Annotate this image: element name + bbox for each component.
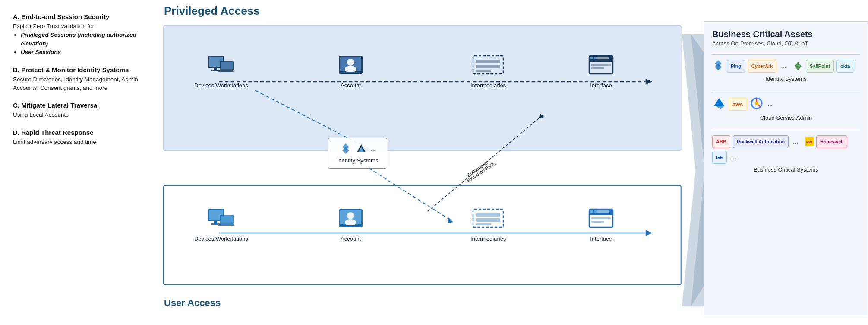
svg-rect-48 <box>221 216 233 223</box>
bca-critical-label: Business Critical Systems <box>712 166 860 173</box>
honeywell-badge: Honeywell <box>816 135 847 148</box>
svg-point-72 <box>755 102 758 105</box>
bca-cloud-logos: aws ... <box>712 96 860 112</box>
svg-rect-57 <box>476 218 500 222</box>
priv-devices-icon <box>206 54 236 80</box>
svg-rect-45 <box>214 221 217 223</box>
priv-intermediaries-node: Intermediaries <box>470 54 506 89</box>
svg-rect-49 <box>218 224 234 226</box>
sailpoint-badge: SailPoint <box>806 60 834 73</box>
priv-account-node: Account <box>337 54 365 89</box>
section-c-title: C. Mitigate Lateral Traversal <box>13 102 142 109</box>
main-diagram-area: Privileged Access Au <box>155 0 868 325</box>
section-d-title: D. Rapid Threat Response <box>13 129 142 136</box>
left-panel: A. End-to-end Session Security Explicit … <box>0 0 155 325</box>
priv-account-icon <box>337 54 365 80</box>
ping-badge: Ping <box>727 60 745 73</box>
aws-badge: aws <box>729 98 747 111</box>
svg-text:HW: HW <box>806 140 812 144</box>
svg-rect-27 <box>340 72 361 73</box>
abb-badge: ABB <box>712 135 730 148</box>
bca-cloud-section: aws ... Cloud Service Admin <box>712 96 860 121</box>
identity-logos: ... <box>340 143 376 155</box>
section-d: D. Rapid Threat Response Limit adversary… <box>13 129 142 147</box>
svg-point-25 <box>347 59 354 66</box>
svg-point-53 <box>345 219 356 226</box>
priv-intermediaries-label: Intermediaries <box>470 82 506 89</box>
identity-systems-box: ... Identity Systems <box>328 138 387 169</box>
user-account-node: Account <box>337 207 365 242</box>
section-a-title: A. End-to-end Session Security <box>13 13 142 20</box>
bca-identity-section: Ping CyberArk ... SailPoint okta Identit… <box>712 59 860 82</box>
svg-rect-63 <box>597 210 609 213</box>
svg-point-26 <box>345 66 356 73</box>
user-devices-label: Devices/Workstations <box>194 236 248 242</box>
bca-cloud-label: Cloud Service Admin <box>712 115 860 121</box>
gcp-logo <box>750 96 764 112</box>
identity-systems-label: Identity Systems <box>337 157 378 164</box>
cyberark-badge: CyberArk <box>748 60 777 73</box>
user-intermediaries-icon <box>471 207 505 233</box>
svg-rect-38 <box>591 67 604 69</box>
user-devices-icon <box>206 207 236 233</box>
bca-critical-section: ABB Rockwell Automation ... HW Honeywell… <box>712 135 860 173</box>
priv-interface-icon <box>587 54 615 80</box>
bca-critical-logos: ABB Rockwell Automation ... HW Honeywell… <box>712 135 860 164</box>
svg-rect-18 <box>214 68 217 70</box>
identity-more-dots: ... <box>779 62 788 70</box>
privileged-access-title: Privileged Access <box>164 4 868 18</box>
section-b-title: B. Protect & Monitor Identity Systems <box>13 66 142 73</box>
user-account-icon <box>337 207 365 233</box>
bca-title: Business Critical Assets <box>712 29 860 39</box>
svg-rect-22 <box>218 71 234 72</box>
svg-marker-69 <box>714 98 724 106</box>
user-devices-node: Devices/Workstations <box>194 207 248 242</box>
priv-devices-label: Devices/Workstations <box>194 82 248 89</box>
identity-dots: ... <box>371 146 376 152</box>
bca-subtitle: Across On-Premises, Cloud, OT, & IoT <box>712 40 860 47</box>
section-d-body: Limit adversary access and time <box>13 138 142 147</box>
svg-rect-56 <box>476 213 500 217</box>
bca-identity-logos: Ping CyberArk ... SailPoint okta <box>712 59 860 73</box>
sailpoint-logo <box>793 61 803 71</box>
bullet-user-sessions: User Sessions <box>21 48 142 57</box>
section-c-body: Using Local Accounts <box>13 111 142 119</box>
user-interface-label: Interface <box>590 236 612 242</box>
svg-rect-29 <box>476 60 500 63</box>
svg-rect-31 <box>476 70 491 72</box>
svg-rect-64 <box>591 217 611 219</box>
diagram-container: Authorized Elevation Paths <box>155 21 868 315</box>
svg-marker-70 <box>716 106 724 109</box>
priv-intermediaries-icon <box>471 54 505 80</box>
section-a-bullets: Privileged Sessions (including authorize… <box>21 31 142 57</box>
azure-logo <box>712 97 726 111</box>
section-a-body: Explicit Zero Trust validation for <box>13 22 142 31</box>
svg-rect-37 <box>591 64 611 66</box>
svg-rect-34 <box>590 57 593 59</box>
svg-point-52 <box>347 212 354 219</box>
svg-rect-58 <box>476 223 491 225</box>
user-interface-node: Interface <box>587 207 615 242</box>
bca-divider-3 <box>712 131 860 131</box>
section-b: B. Protect & Monitor Identity Systems Se… <box>13 66 142 92</box>
priv-interface-label: Interface <box>590 82 612 89</box>
okta-badge: okta <box>836 60 854 73</box>
user-intermediaries-label: Intermediaries <box>470 236 506 242</box>
bullet-privileged: Privileged Sessions (including authorize… <box>21 31 142 48</box>
section-a: A. End-to-end Session Security Explicit … <box>13 13 142 57</box>
rockwell-badge: Rockwell Automation <box>733 135 789 148</box>
honeywell-logo: HW <box>805 137 814 146</box>
ge-badge: GE <box>712 151 727 164</box>
bca-divider-1 <box>712 54 860 55</box>
user-account-label: Account <box>341 236 361 242</box>
cloud-more-dots: ... <box>766 100 775 108</box>
user-intermediaries-node: Intermediaries <box>470 207 506 242</box>
bca-panel: Business Critical Assets Across On-Premi… <box>704 21 868 315</box>
section-b-body: Secure Directories, Identity Management,… <box>13 75 142 92</box>
priv-account-label: Account <box>341 82 361 89</box>
svg-rect-21 <box>221 62 233 69</box>
svg-rect-61 <box>590 210 593 213</box>
ping-logo <box>712 59 724 73</box>
priv-devices-node: Devices/Workstations <box>194 54 248 89</box>
svg-marker-68 <box>795 62 802 70</box>
